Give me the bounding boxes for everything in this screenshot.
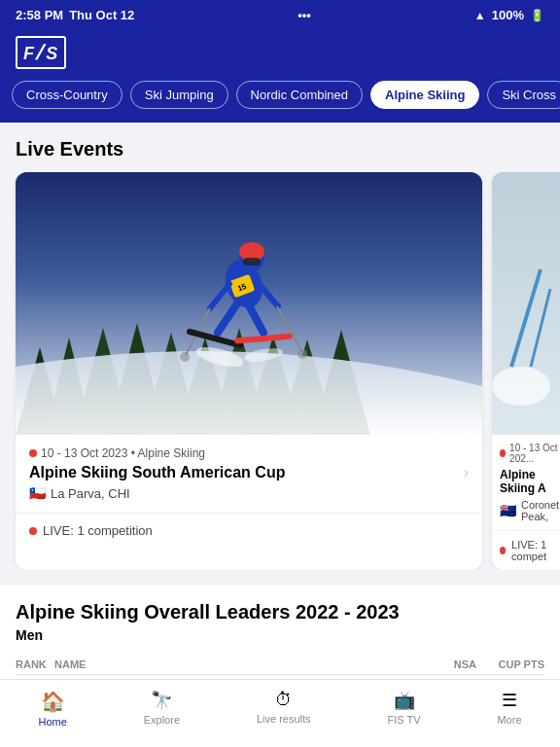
nav-fis-tv-label: FIS TV <box>388 714 421 726</box>
wifi-icon: ▲ <box>474 9 486 22</box>
bottom-nav: 🏠 Home 🔭 Explore ⏱ Live results 📺 FIS TV… <box>0 679 560 747</box>
event-name-1: Alpine Skiing South American Cup <box>29 464 285 481</box>
live-status-2: LIVE: 1 compet <box>492 531 560 570</box>
nav-live-results[interactable]: ⏱ Live results <box>257 690 311 728</box>
event-image-1: 15 <box>16 172 482 435</box>
live-dot-status-1 <box>29 527 37 535</box>
event-name-2: Alpine Skiing A <box>500 468 560 495</box>
nav-explore[interactable]: 🔭 Explore <box>144 690 180 728</box>
nav-tabs: Cross-Country Ski Jumping Nordic Combine… <box>0 81 560 123</box>
more-icon: ☰ <box>502 690 517 711</box>
fis-logo: F/S <box>16 36 66 69</box>
event-date-2: 10 - 13 Oct 202... <box>500 443 560 464</box>
live-dot-status-2 <box>500 547 506 554</box>
live-events-title: Live Events <box>0 123 560 172</box>
app-header: F/S <box>0 28 560 81</box>
battery-icon: 🔋 <box>530 9 544 22</box>
live-status-1: LIVE: 1 competition <box>16 514 482 548</box>
tab-alpine-skiing[interactable]: Alpine Skiing <box>370 81 479 109</box>
col-rank-header: RANK <box>16 658 54 670</box>
leaders-subtitle: Men <box>16 627 544 643</box>
event-card-1[interactable]: 15 <box>16 172 482 570</box>
svg-rect-16 <box>243 258 261 266</box>
wifi-percent: 100% <box>492 8 524 22</box>
tab-nordic-combined[interactable]: Nordic Combined <box>236 81 363 109</box>
live-dot-1 <box>29 449 37 457</box>
live-results-icon: ⏱ <box>275 690 293 710</box>
date: Thu Oct 12 <box>69 8 134 22</box>
dots: ••• <box>298 8 311 22</box>
nav-more[interactable]: ☰ More <box>497 690 521 728</box>
status-left: 2:58 PM Thu Oct 12 <box>16 8 134 22</box>
logo-f: F <box>23 44 35 63</box>
event-location-2: 🇳🇿 Coronet Peak, <box>500 499 560 522</box>
svg-point-22 <box>180 352 190 362</box>
event-info-1: 10 - 13 Oct 2023 • Alpine Skiing Alpine … <box>16 435 482 514</box>
nav-live-results-label: Live results <box>257 713 311 725</box>
status-right: ▲ 100% 🔋 <box>474 8 544 22</box>
event-date-1: 10 - 13 Oct 2023 • Alpine Skiing <box>29 446 469 460</box>
flag-chi: 🇨🇱 <box>29 485 46 501</box>
nav-more-label: More <box>497 714 521 726</box>
col-pts-header: CUP PTS <box>476 658 544 670</box>
nav-explore-label: Explore <box>144 714 180 726</box>
nav-home[interactable]: 🏠 Home <box>38 690 66 728</box>
main-content: Live Events <box>0 123 560 747</box>
event-location-1: 🇨🇱 La Parva, CHI <box>29 485 469 501</box>
status-center: ••• <box>298 8 311 22</box>
time: 2:58 PM <box>16 8 63 22</box>
flag-nz: 🇳🇿 <box>500 503 516 518</box>
status-bar: 2:58 PM Thu Oct 12 ••• ▲ 100% 🔋 <box>0 0 560 28</box>
event-card-2-partial[interactable]: 10 - 13 Oct 202... Alpine Skiing A 🇳🇿 Co… <box>492 172 560 570</box>
chevron-right-icon-1: › <box>464 464 469 481</box>
col-name-header: NAME <box>54 658 428 670</box>
logo-s: S <box>46 44 58 63</box>
tab-cross-country[interactable]: Cross-Country <box>12 81 122 109</box>
live-dot-2 <box>500 449 506 457</box>
nav-fis-tv[interactable]: 📺 FIS TV <box>388 690 421 728</box>
event-info-2-partial: 10 - 13 Oct 202... Alpine Skiing A 🇳🇿 Co… <box>492 435 560 531</box>
explore-icon: 🔭 <box>151 690 172 711</box>
event-image-2 <box>492 172 560 435</box>
tab-ski-jumping[interactable]: Ski Jumping <box>130 81 228 109</box>
col-nsa-header: NSA <box>428 658 476 670</box>
logo-slash: / <box>35 40 47 65</box>
nav-home-label: Home <box>38 716 66 728</box>
leaders-title: Alpine Skiing Overall Leaders 2022 - 202… <box>16 601 544 623</box>
svg-point-33 <box>492 367 550 406</box>
leaders-header: RANK NAME NSA CUP PTS <box>16 655 544 675</box>
tab-ski-cross[interactable]: Ski Cross <box>487 81 560 109</box>
fis-tv-icon: 📺 <box>394 690 415 711</box>
event-name-row-1[interactable]: Alpine Skiing South American Cup › <box>29 464 469 481</box>
svg-point-20 <box>298 349 307 359</box>
home-icon: 🏠 <box>41 690 65 713</box>
events-scroll: 15 <box>0 172 560 570</box>
